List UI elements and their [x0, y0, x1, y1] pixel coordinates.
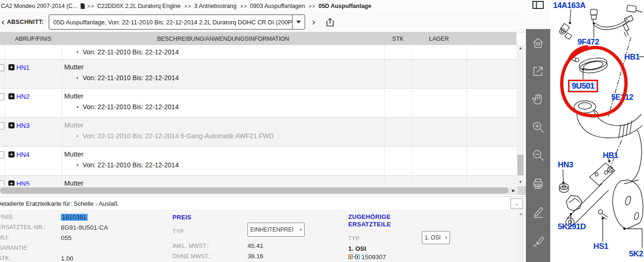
breadcrumb-separator: >>: [238, 3, 249, 9]
expand-row-icon[interactable]: +: [8, 122, 15, 128]
diagram-label[interactable]: HB1: [603, 151, 618, 160]
printer-icon: [531, 176, 546, 191]
diagram-label[interactable]: 5K2: [629, 249, 643, 259]
zoom-out-button[interactable]: [526, 142, 550, 170]
part-code-link[interactable]: HN1: [16, 64, 30, 71]
related-item-title: 1. OSI: [348, 245, 366, 252]
detail-panel-header: Detailierte Eratzteilkarte für: Schelle …: [0, 196, 526, 210]
scroll-up-icon[interactable]: ▲: [517, 45, 524, 52]
row-note: Von: 22-11-2010 Bis: 22-12-2014: [64, 48, 384, 56]
breadcrumb-vehicle[interactable]: CA2 Mondeo 2007-2014 (C...: [0, 3, 79, 9]
related-item-row[interactable]: 1509307: [348, 254, 386, 261]
breadcrumb-subgroup[interactable]: 0903 Auspuffanlagen: [248, 3, 307, 9]
row-checkbox[interactable]: [0, 64, 4, 71]
pan-button[interactable]: [526, 85, 550, 113]
breadcrumb-separator: >>: [85, 3, 96, 9]
scrollbar-thumb[interactable]: [517, 155, 524, 175]
print-button[interactable]: [526, 170, 550, 198]
expand-row-icon[interactable]: +: [8, 93, 15, 99]
breadcrumb-engine[interactable]: C22DD0X 2.2L Duratorq Engine: [95, 3, 182, 9]
header-stk: STK: [384, 36, 412, 42]
related-parts-header: ZUGEHÖRIGE ERSATZTEILE: [348, 213, 395, 228]
scrollbar-thumb[interactable]: [0, 187, 509, 194]
split-view-icon[interactable]: [532, 1, 544, 9]
table-row[interactable]: +HN2 MutterVon: 22-11-2010 Bis: 22-12-20…: [0, 89, 517, 118]
price-type-dropdown[interactable]: EINHEITENPREI ▾: [247, 223, 305, 237]
row-checkbox[interactable]: [0, 180, 4, 186]
previous-section-button[interactable]: ‹: [0, 17, 7, 28]
part-name: Mutter: [64, 63, 83, 71]
zoom-out-icon: [531, 148, 546, 163]
table-row[interactable]: +HN3 MutterVon: 22-11-2010 Bis: 22-12-20…: [0, 118, 517, 147]
supersession-icon: [348, 255, 359, 260]
related-item-number: 1509307: [361, 254, 386, 261]
finis-value: 1810381: [61, 214, 88, 221]
open-external-button[interactable]: [526, 57, 550, 85]
parts-diagram[interactable]: 14A163A 9F472 HB1 9U501 5E212 HB1 HN3 5K…: [550, 0, 644, 262]
delete-annotation-button[interactable]: [526, 226, 550, 254]
zoom-in-icon: [531, 120, 546, 135]
diagram-label[interactable]: 5K291D: [558, 222, 586, 232]
part-number-value: 8G91-9U501-CA: [61, 224, 108, 231]
hand-icon: [531, 92, 546, 107]
part-code-link[interactable]: HN5: [16, 180, 30, 186]
stk-value: 1.00: [61, 255, 73, 262]
detail-vertical-scrollbar[interactable]: ▲: [517, 211, 524, 262]
row-checkbox[interactable]: [0, 93, 4, 100]
expand-row-icon[interactable]: +: [8, 151, 15, 157]
collapse-panel-button[interactable]: ⌄: [510, 198, 523, 209]
scroll-up-icon[interactable]: ▲: [517, 211, 524, 217]
incl-mwst-value: 45.41: [247, 242, 263, 249]
table-vertical-scrollbar[interactable]: ▲ ▼: [517, 45, 524, 186]
open-external-icon: [531, 64, 546, 79]
scroll-down-icon[interactable]: ▼: [517, 179, 524, 186]
expand-row-icon[interactable]: +: [8, 180, 15, 186]
row-note: Von: 22-11-2010 Bis: 22-12-2014: [64, 74, 384, 82]
part-name: Mutter: [64, 180, 83, 186]
table-row[interactable]: +HN1 MutterVon: 22-11-2010 Bis: 22-12-20…: [0, 60, 517, 89]
diagram-label[interactable]: 14A163A: [553, 1, 585, 10]
diagram-label[interactable]: 5E212: [611, 93, 633, 102]
header-beschreibung: BESCHREIBUNG/ANWENDUNGSINFORMATION: [62, 36, 384, 42]
field-label: MLI:: [0, 234, 61, 241]
annotate-button[interactable]: [526, 198, 550, 226]
zoom-in-button[interactable]: [526, 113, 550, 142]
mli-value: 055: [61, 234, 72, 241]
field-label: GARANTIE:: [0, 245, 61, 251]
expand-row-icon[interactable]: +: [8, 64, 15, 70]
open-document-icon[interactable]: [325, 17, 335, 27]
diagram-label[interactable]: HS1: [593, 242, 608, 251]
related-type-dropdown[interactable]: 1. OSI ▾: [422, 231, 450, 244]
row-checkbox[interactable]: [0, 122, 4, 129]
next-section-button[interactable]: ›: [311, 17, 318, 28]
ohne-mwst-value: 38.16: [247, 253, 263, 260]
part-code-link[interactable]: HN2: [16, 93, 30, 100]
price-header: PREIS: [172, 214, 192, 221]
breadcrumb-current: 05D Auspuffanlage: [316, 3, 373, 9]
header-abruf-finis: ABRUF/FINIS: [5, 36, 62, 42]
breadcrumb-group[interactable]: 3 Antriebsstrang: [192, 3, 238, 9]
row-checkbox[interactable]: [0, 151, 4, 158]
diagram-label[interactable]: 9F472: [577, 37, 599, 47]
pencil-x-icon: [531, 232, 546, 247]
table-row-partial[interactable]: Von: 22-11-2010 Bis: 22-12-2014: [0, 45, 517, 60]
scroll-right-icon[interactable]: ▶: [510, 187, 517, 194]
part-name: Mutter: [64, 150, 83, 158]
table-horizontal-scrollbar[interactable]: ▶: [0, 186, 517, 195]
table-row[interactable]: +HN4 MutterVon: 22-11-2010 Bis: 22-12-20…: [0, 147, 517, 176]
diagram-label-selected[interactable]: 9U501: [568, 80, 598, 92]
detail-fields: FINIS:1810381 ERSATZTEIL-NR.:8G91-9U501-…: [0, 210, 169, 262]
part-code-link[interactable]: HN4: [16, 151, 30, 158]
chevron-down-icon[interactable]: [292, 21, 305, 23]
document-icon: [80, 3, 85, 9]
diagram-label[interactable]: HN3: [558, 160, 573, 170]
part-code-link[interactable]: HN3: [16, 122, 30, 129]
home-button[interactable]: [526, 29, 550, 57]
field-label: STK:: [0, 255, 61, 262]
field-label: ERSATZTEIL-NR.:: [0, 224, 61, 231]
part-name: Mutter: [64, 121, 83, 129]
table-row[interactable]: +HN5 Mutter: [0, 176, 517, 186]
section-dropdown[interactable]: 05D Auspuffanlage, Von: 22-11-2010 Bis: …: [49, 15, 305, 30]
diagram-label[interactable]: HB1: [624, 52, 640, 62]
section-dropdown-value: 05D Auspuffanlage, Von: 22-11-2010 Bis: …: [49, 19, 292, 26]
